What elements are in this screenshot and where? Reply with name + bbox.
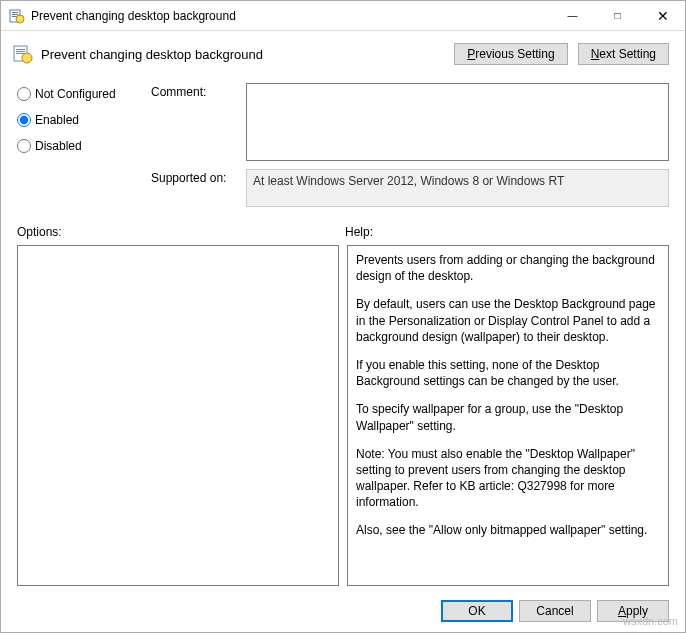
help-p2: By default, users can use the Desktop Ba… (356, 296, 660, 345)
svg-point-9 (22, 53, 32, 63)
options-pane (17, 245, 339, 586)
panes: Prevents users from adding or changing t… (1, 245, 685, 592)
svg-point-4 (16, 15, 24, 23)
setting-title: Prevent changing desktop background (41, 47, 454, 62)
radio-enabled[interactable]: Enabled (17, 113, 137, 127)
help-p3: If you enable this setting, none of the … (356, 357, 660, 389)
radio-enabled-input[interactable] (17, 113, 31, 127)
titlebar-controls: — □ ✕ (550, 1, 685, 30)
comment-label: Comment: (151, 83, 236, 161)
svg-rect-7 (16, 51, 25, 52)
help-p5: Note: You must also enable the "Desktop … (356, 446, 660, 511)
header-row: Prevent changing desktop background Prev… (1, 31, 685, 73)
config-area: Not Configured Enabled Disabled Comment:… (1, 73, 685, 211)
svg-rect-1 (12, 12, 18, 13)
help-pane: Prevents users from adding or changing t… (347, 245, 669, 586)
cancel-button[interactable]: Cancel (519, 600, 591, 622)
help-p1: Prevents users from adding or changing t… (356, 252, 660, 284)
comment-input[interactable] (246, 83, 669, 161)
svg-rect-6 (16, 49, 25, 50)
radio-not-configured-input[interactable] (17, 87, 31, 101)
minimize-button[interactable]: — (550, 1, 595, 30)
pane-labels: Options: Help: (1, 211, 685, 245)
radio-disabled-label: Disabled (35, 139, 82, 153)
supported-label: Supported on: (151, 169, 236, 207)
radio-disabled[interactable]: Disabled (17, 139, 137, 153)
apply-button[interactable]: Apply (597, 600, 669, 622)
radio-enabled-label: Enabled (35, 113, 79, 127)
state-radios: Not Configured Enabled Disabled (17, 83, 137, 207)
previous-setting-button[interactable]: Previous Setting (454, 43, 567, 65)
maximize-button[interactable]: □ (595, 1, 640, 30)
radio-disabled-input[interactable] (17, 139, 31, 153)
help-p4: To specify wallpaper for a group, use th… (356, 401, 660, 433)
close-button[interactable]: ✕ (640, 1, 685, 30)
options-label: Options: (17, 225, 345, 239)
window-title: Prevent changing desktop background (31, 9, 550, 23)
svg-rect-2 (12, 14, 18, 15)
ok-button[interactable]: OK (441, 600, 513, 622)
gpedit-icon (9, 8, 25, 24)
setting-icon (13, 44, 33, 64)
next-setting-button[interactable]: Next Setting (578, 43, 669, 65)
help-p6: Also, see the "Allow only bitmapped wall… (356, 522, 660, 538)
help-label: Help: (345, 225, 373, 239)
titlebar: Prevent changing desktop background — □ … (1, 1, 685, 31)
footer-buttons: OK Cancel Apply (1, 592, 685, 632)
radio-not-configured-label: Not Configured (35, 87, 116, 101)
radio-not-configured[interactable]: Not Configured (17, 87, 137, 101)
supported-on-text: At least Windows Server 2012, Windows 8 … (246, 169, 669, 207)
